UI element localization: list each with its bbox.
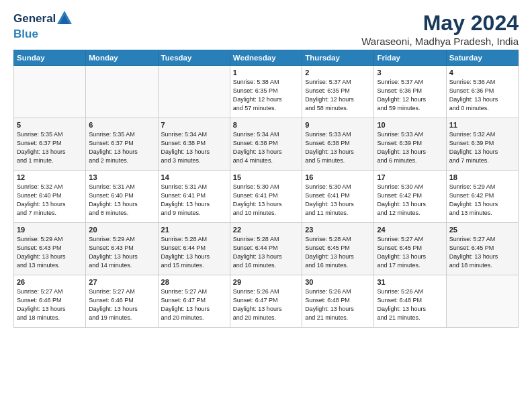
day-info: Sunrise: 5:29 AM Sunset: 6:43 PM Dayligh… xyxy=(17,235,83,270)
day-number: 24 xyxy=(377,226,443,234)
col-monday: Monday xyxy=(86,50,158,66)
day-number: 9 xyxy=(305,121,371,129)
day-number: 19 xyxy=(17,226,83,234)
day-number: 30 xyxy=(305,278,371,286)
day-info: Sunrise: 5:37 AM Sunset: 6:35 PM Dayligh… xyxy=(305,78,371,113)
logo-line1: General xyxy=(13,11,72,28)
day-number: 4 xyxy=(449,68,515,77)
calendar-cell: 22Sunrise: 5:28 AM Sunset: 6:44 PM Dayli… xyxy=(230,223,302,275)
calendar-cell: 29Sunrise: 5:26 AM Sunset: 6:47 PM Dayli… xyxy=(230,275,302,328)
location-title: Waraseoni, Madhya Pradesh, India xyxy=(361,36,519,47)
day-number: 23 xyxy=(305,226,371,234)
calendar-cell: 9Sunrise: 5:33 AM Sunset: 6:38 PM Daylig… xyxy=(302,118,374,171)
day-number: 16 xyxy=(305,173,371,181)
day-number: 22 xyxy=(233,226,299,234)
day-info: Sunrise: 5:28 AM Sunset: 6:44 PM Dayligh… xyxy=(233,235,299,270)
calendar-cell: 31Sunrise: 5:26 AM Sunset: 6:48 PM Dayli… xyxy=(374,275,446,328)
col-thursday: Thursday xyxy=(302,50,374,66)
calendar-cell: 25Sunrise: 5:27 AM Sunset: 6:45 PM Dayli… xyxy=(446,223,518,275)
calendar-cell: 28Sunrise: 5:27 AM Sunset: 6:47 PM Dayli… xyxy=(158,275,230,328)
calendar-cell: 30Sunrise: 5:26 AM Sunset: 6:48 PM Dayli… xyxy=(302,275,374,328)
calendar-cell: 6Sunrise: 5:35 AM Sunset: 6:37 PM Daylig… xyxy=(86,118,158,171)
day-info: Sunrise: 5:32 AM Sunset: 6:40 PM Dayligh… xyxy=(17,183,83,218)
day-number: 7 xyxy=(161,121,227,129)
day-info: Sunrise: 5:28 AM Sunset: 6:44 PM Dayligh… xyxy=(161,235,227,270)
day-info: Sunrise: 5:30 AM Sunset: 6:41 PM Dayligh… xyxy=(305,183,371,218)
day-number: 31 xyxy=(377,278,443,286)
day-info: Sunrise: 5:32 AM Sunset: 6:39 PM Dayligh… xyxy=(449,130,515,165)
day-number: 3 xyxy=(377,68,443,77)
calendar-cell: 4Sunrise: 5:36 AM Sunset: 6:36 PM Daylig… xyxy=(446,66,518,118)
day-info: Sunrise: 5:26 AM Sunset: 6:48 PM Dayligh… xyxy=(305,287,371,322)
day-number: 8 xyxy=(233,121,299,129)
day-info: Sunrise: 5:30 AM Sunset: 6:41 PM Dayligh… xyxy=(233,183,299,218)
calendar-cell: 8Sunrise: 5:34 AM Sunset: 6:38 PM Daylig… xyxy=(230,118,302,171)
calendar-cell: 20Sunrise: 5:29 AM Sunset: 6:43 PM Dayli… xyxy=(86,223,158,275)
week-row-3: 12Sunrise: 5:32 AM Sunset: 6:40 PM Dayli… xyxy=(14,171,519,223)
day-info: Sunrise: 5:33 AM Sunset: 6:38 PM Dayligh… xyxy=(305,130,371,165)
day-info: Sunrise: 5:38 AM Sunset: 6:35 PM Dayligh… xyxy=(233,78,299,113)
day-info: Sunrise: 5:35 AM Sunset: 6:37 PM Dayligh… xyxy=(17,130,83,165)
week-row-4: 19Sunrise: 5:29 AM Sunset: 6:43 PM Dayli… xyxy=(14,223,519,275)
calendar-cell: 21Sunrise: 5:28 AM Sunset: 6:44 PM Dayli… xyxy=(158,223,230,275)
day-number: 15 xyxy=(233,173,299,181)
col-wednesday: Wednesday xyxy=(230,50,302,66)
calendar-cell: 5Sunrise: 5:35 AM Sunset: 6:37 PM Daylig… xyxy=(14,118,86,171)
week-row-5: 26Sunrise: 5:27 AM Sunset: 6:46 PM Dayli… xyxy=(14,275,519,328)
logo-icon xyxy=(57,11,72,24)
calendar-table: Sunday Monday Tuesday Wednesday Thursday… xyxy=(13,50,519,328)
day-number: 18 xyxy=(449,173,515,181)
calendar-cell: 10Sunrise: 5:33 AM Sunset: 6:39 PM Dayli… xyxy=(374,118,446,171)
day-number: 6 xyxy=(89,121,154,129)
day-info: Sunrise: 5:30 AM Sunset: 6:42 PM Dayligh… xyxy=(377,183,443,218)
calendar-cell xyxy=(14,66,86,118)
day-info: Sunrise: 5:29 AM Sunset: 6:43 PM Dayligh… xyxy=(89,235,154,270)
calendar-cell: 19Sunrise: 5:29 AM Sunset: 6:43 PM Dayli… xyxy=(14,223,86,275)
calendar-cell xyxy=(446,275,518,328)
day-number: 2 xyxy=(305,68,371,77)
month-title: May 2024 xyxy=(361,11,519,36)
day-number: 11 xyxy=(449,121,515,129)
calendar-cell xyxy=(158,66,230,118)
calendar-body: 1Sunrise: 5:38 AM Sunset: 6:35 PM Daylig… xyxy=(14,66,519,328)
day-info: Sunrise: 5:34 AM Sunset: 6:38 PM Dayligh… xyxy=(161,130,227,165)
day-info: Sunrise: 5:27 AM Sunset: 6:45 PM Dayligh… xyxy=(449,235,515,270)
logo-line2: Blue xyxy=(13,28,72,41)
day-info: Sunrise: 5:37 AM Sunset: 6:36 PM Dayligh… xyxy=(377,78,443,113)
calendar-cell: 11Sunrise: 5:32 AM Sunset: 6:39 PM Dayli… xyxy=(446,118,518,171)
day-number: 10 xyxy=(377,121,443,129)
day-number: 17 xyxy=(377,173,443,181)
day-info: Sunrise: 5:36 AM Sunset: 6:36 PM Dayligh… xyxy=(449,78,515,113)
day-number: 12 xyxy=(17,173,83,181)
day-number: 29 xyxy=(233,278,299,286)
day-info: Sunrise: 5:26 AM Sunset: 6:47 PM Dayligh… xyxy=(233,287,299,322)
calendar-cell: 7Sunrise: 5:34 AM Sunset: 6:38 PM Daylig… xyxy=(158,118,230,171)
day-number: 1 xyxy=(233,68,299,77)
day-number: 14 xyxy=(161,173,227,181)
calendar-page: General Blue May 2024 Waraseoni, Madhya … xyxy=(0,0,532,411)
day-info: Sunrise: 5:27 AM Sunset: 6:45 PM Dayligh… xyxy=(377,235,443,270)
calendar-cell: 1Sunrise: 5:38 AM Sunset: 6:35 PM Daylig… xyxy=(230,66,302,118)
day-number: 25 xyxy=(449,226,515,234)
day-number: 20 xyxy=(89,226,154,234)
day-info: Sunrise: 5:28 AM Sunset: 6:45 PM Dayligh… xyxy=(305,235,371,270)
day-info: Sunrise: 5:34 AM Sunset: 6:38 PM Dayligh… xyxy=(233,130,299,165)
col-sunday: Sunday xyxy=(14,50,86,66)
day-number: 27 xyxy=(89,278,154,286)
day-number: 21 xyxy=(161,226,227,234)
logo: General Blue xyxy=(13,11,72,40)
header-row: Sunday Monday Tuesday Wednesday Thursday… xyxy=(14,50,519,66)
title-block: May 2024 Waraseoni, Madhya Pradesh, Indi… xyxy=(361,11,519,47)
day-number: 28 xyxy=(161,278,227,286)
week-row-2: 5Sunrise: 5:35 AM Sunset: 6:37 PM Daylig… xyxy=(14,118,519,171)
day-info: Sunrise: 5:29 AM Sunset: 6:42 PM Dayligh… xyxy=(449,183,515,218)
week-row-1: 1Sunrise: 5:38 AM Sunset: 6:35 PM Daylig… xyxy=(14,66,519,118)
day-info: Sunrise: 5:27 AM Sunset: 6:46 PM Dayligh… xyxy=(89,287,154,322)
day-number: 26 xyxy=(17,278,83,286)
calendar-cell: 23Sunrise: 5:28 AM Sunset: 6:45 PM Dayli… xyxy=(302,223,374,275)
day-info: Sunrise: 5:31 AM Sunset: 6:40 PM Dayligh… xyxy=(89,183,154,218)
calendar-cell: 27Sunrise: 5:27 AM Sunset: 6:46 PM Dayli… xyxy=(86,275,158,328)
day-number: 13 xyxy=(89,173,154,181)
col-tuesday: Tuesday xyxy=(158,50,230,66)
calendar-cell: 13Sunrise: 5:31 AM Sunset: 6:40 PM Dayli… xyxy=(86,171,158,223)
